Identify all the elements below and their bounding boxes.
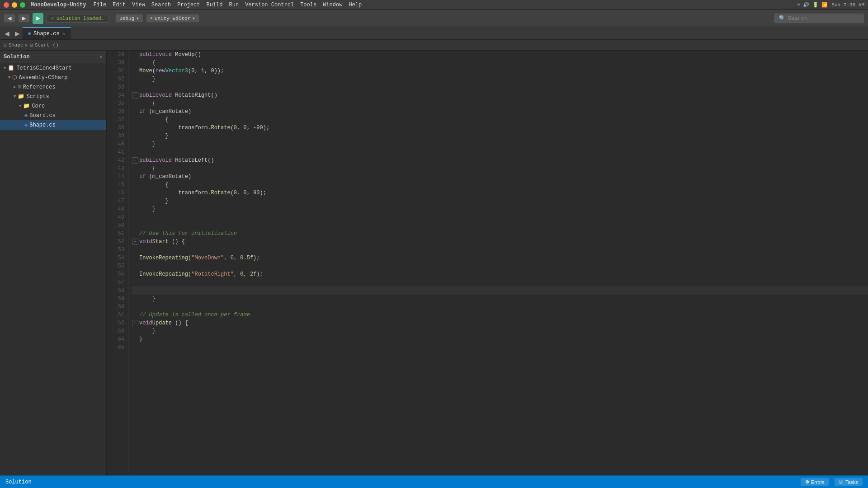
code-line[interactable]: [132, 303, 868, 311]
sidebar: Solution ✕ ▼ 📋 TetrisClone4Start ▼ ⬡ Ass…: [0, 51, 107, 475]
menu-file[interactable]: File: [93, 2, 106, 8]
menu-tools[interactable]: Tools: [300, 2, 316, 8]
code-line[interactable]: }: [132, 140, 868, 148]
code-line[interactable]: }: [132, 295, 868, 303]
code-line[interactable]: [132, 213, 868, 221]
sidebar-item-core[interactable]: ▼ 📁 Core: [0, 101, 106, 111]
fold-button[interactable]: −: [132, 239, 138, 245]
line-number: 63: [107, 327, 128, 335]
line-number: 65: [107, 343, 128, 352]
code-line[interactable]: [132, 246, 868, 254]
shape-name: Shape.cs: [29, 122, 56, 128]
errors-button[interactable]: ⊗ Errors: [801, 478, 829, 486]
code-line[interactable]: [132, 343, 868, 352]
tab-close-button[interactable]: ✕: [62, 31, 65, 37]
code-line[interactable]: [132, 148, 868, 156]
fold-button[interactable]: −: [132, 157, 138, 164]
tab-nav-left[interactable]: ◀: [2, 27, 12, 39]
run-button[interactable]: [33, 13, 43, 24]
tab-shape-cs[interactable]: ■ Shape.cs ✕: [23, 27, 71, 39]
debug-config-dropdown[interactable]: Debug ▾: [115, 14, 143, 23]
menu-edit[interactable]: Edit: [113, 2, 126, 8]
nav-back-button[interactable]: ◀: [4, 14, 15, 23]
sidebar-item-shape[interactable]: ◈ Shape.cs: [0, 120, 106, 130]
menu-project[interactable]: Project: [177, 2, 200, 8]
menu-view[interactable]: View: [132, 2, 145, 8]
code-line[interactable]: [132, 83, 868, 91]
nav-forward-button[interactable]: ▶: [18, 14, 30, 23]
tasks-button[interactable]: ☑ Tasks: [835, 478, 863, 486]
code-line[interactable]: }: [132, 197, 868, 205]
code-line[interactable]: // Update is called once per frame: [132, 311, 868, 319]
search-bar[interactable]: 🔍 Search: [774, 13, 864, 23]
code-line[interactable]: Move(new Vector3(0, 1, 0));: [132, 67, 868, 75]
code-line[interactable]: [132, 262, 868, 270]
menu-search[interactable]: Search: [151, 2, 171, 8]
menu-run[interactable]: Run: [229, 2, 239, 8]
unity-editor-button[interactable]: ● Unity Editor ▾: [146, 14, 199, 23]
search-icon: 🔍: [779, 15, 786, 22]
code-line[interactable]: if (m_canRotate): [132, 173, 868, 181]
code-line[interactable]: [132, 221, 868, 230]
code-line[interactable]: [132, 286, 868, 295]
sidebar-item-board[interactable]: ◈ Board.cs: [0, 111, 106, 120]
title-bar: MonoDevelop-Unity File Edit View Search …: [0, 0, 868, 10]
code-line[interactable]: InvokeRepeating("RotateRight", 0, 2f);: [132, 270, 868, 278]
menu-version-control[interactable]: Version Control: [245, 2, 294, 8]
fold-button[interactable]: −: [132, 320, 138, 326]
code-line[interactable]: [132, 278, 868, 286]
code-line[interactable]: − public void RotateLeft(): [132, 156, 868, 164]
line-number: 31: [107, 67, 128, 75]
minimize-button[interactable]: [12, 2, 17, 8]
tasks-icon: ☑: [839, 479, 844, 485]
line-number: 59: [107, 295, 128, 303]
sidebar-close-button[interactable]: ✕: [99, 53, 103, 60]
code-line[interactable]: {: [132, 181, 868, 189]
code-line[interactable]: }: [132, 75, 868, 83]
maximize-button[interactable]: [20, 2, 25, 8]
code-line[interactable]: {: [132, 59, 868, 67]
code-line[interactable]: {: [132, 99, 868, 108]
code-line[interactable]: transform.Rotate(0, 0, 90);: [132, 189, 868, 197]
code-line[interactable]: }: [132, 132, 868, 140]
tab-nav-right[interactable]: ▶: [12, 27, 23, 39]
sidebar-item-references[interactable]: ▶ ⊞ References: [0, 82, 106, 92]
code-line[interactable]: {: [132, 164, 868, 173]
line-numbers: 2930313233343536373839404142434445464748…: [107, 51, 128, 475]
fold-button[interactable]: −: [132, 92, 138, 99]
code-line[interactable]: transform.Rotate(0, 0, -90);: [132, 124, 868, 132]
code-line[interactable]: }: [132, 327, 868, 335]
code-area[interactable]: public void MoveUp() { Move(new Vector3(…: [128, 51, 868, 475]
sidebar-item-assembly[interactable]: ▼ ⬡ Assembly-CSharp: [0, 73, 106, 82]
code-line[interactable]: if (m_canRotate): [132, 108, 868, 116]
menu-help[interactable]: Help: [349, 2, 362, 8]
shape-icon: ⊞: [4, 42, 7, 48]
code-line[interactable]: InvokeRepeating("MoveDown", 0, 0.5f);: [132, 254, 868, 262]
code-line[interactable]: }: [132, 205, 868, 213]
close-button[interactable]: [4, 2, 9, 8]
code-line[interactable]: public void MoveUp(): [132, 51, 868, 59]
code-editor[interactable]: 2930313233343536373839404142434445464748…: [107, 51, 868, 475]
tab-label: Shape.cs: [33, 31, 60, 37]
code-line[interactable]: − void Update () {: [132, 319, 868, 327]
code-line[interactable]: − public void RotateRight(): [132, 91, 868, 99]
code-line[interactable]: }: [132, 335, 868, 343]
line-number: 51: [107, 230, 128, 238]
code-line[interactable]: − void Start () {: [132, 238, 868, 246]
breadcrumb-shape[interactable]: ⊞ Shape: [4, 42, 24, 48]
expand-icon: ▶: [14, 84, 16, 89]
code-line[interactable]: // Use this for initialization: [132, 230, 868, 238]
line-number: 43: [107, 164, 128, 173]
code-line[interactable]: {: [132, 116, 868, 124]
sidebar-item-solution[interactable]: ▼ 📋 TetrisClone4Start: [0, 63, 106, 73]
folder-icon: 📁: [23, 103, 30, 109]
tasks-label: Tasks: [845, 479, 858, 485]
line-number: 58: [107, 286, 128, 295]
sidebar-item-scripts[interactable]: ▼ 📁 Scripts: [0, 92, 106, 101]
ref-icon: ⊞: [18, 84, 21, 90]
menu-build[interactable]: Build: [207, 2, 223, 8]
assembly-icon: ⬡: [12, 74, 17, 81]
menu-window[interactable]: Window: [323, 2, 342, 8]
method-icon: ⊡: [30, 42, 33, 48]
breadcrumb-start[interactable]: ⊡ Start (): [30, 42, 58, 48]
